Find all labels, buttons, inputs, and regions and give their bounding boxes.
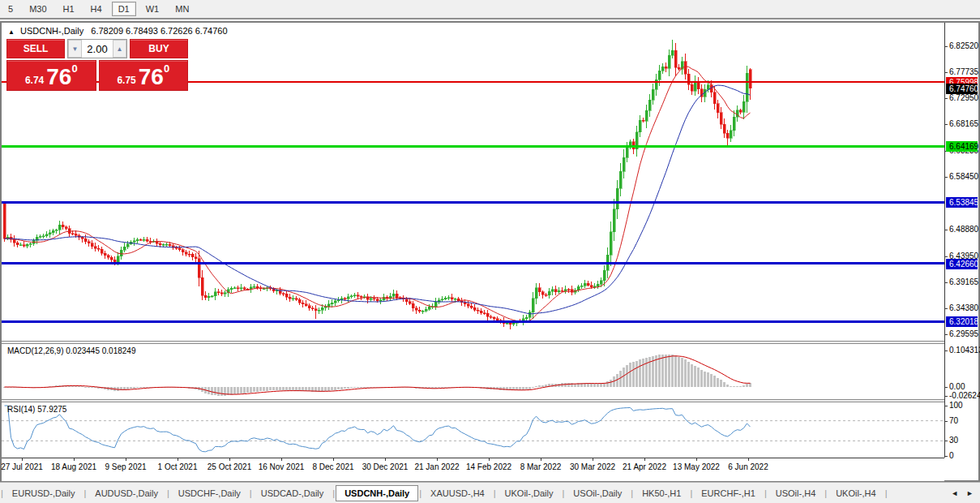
macd-indicator-label: MACD(12,26,9) 0.023445 0.018249 [7,346,135,355]
date-label: 13 May 2022 [673,462,720,471]
macd-canvas[interactable] [2,344,944,399]
tab-usdchf-daily[interactable]: USDCHF-,Daily [170,485,249,501]
timeframe-d1[interactable]: D1 [112,2,136,16]
sell-price-big: 76 [46,67,71,88]
price-tick-mark [945,46,948,47]
price-tick-label: 6.48880 [949,225,978,234]
date-label: 14 Feb 2022 [466,462,511,471]
rsi-indicator-label: RSI(14) 57.9275 [7,405,66,414]
date-tick-mark [22,458,23,461]
price-tick-label: 6.68165 [949,119,978,128]
price-tick-label: 6.39165 [949,277,978,286]
tab-separator: | [884,488,888,498]
volume-value[interactable]: 2.00 [82,40,113,58]
price-tick-label: 6.82520 [949,41,978,50]
date-label: 27 Jul 2021 [1,462,43,471]
price-tick-mark [945,230,948,230]
collapse-icon[interactable]: ▲ [8,28,15,36]
date-tick-mark [126,458,126,461]
date-tick-mark [385,458,386,461]
tab-usoil-h4[interactable]: USOil-,H4 [768,485,824,501]
date-label: 9 Sep 2021 [105,462,146,471]
price-level-tag: 6.53845 [946,197,978,208]
date-tick-mark [593,458,593,461]
macd-tick-label: 0.00 [949,382,965,391]
time-axis: 27 Jul 202118 Aug 20219 Sep 20211 Oct 20… [2,458,944,481]
tab-usdcad-daily[interactable]: USDCAD-,Daily [253,485,332,501]
date-tick-mark [74,458,75,461]
tab-hk50-h1[interactable]: HK50-,H1 [634,485,689,501]
buy-button[interactable]: BUY [130,39,188,58]
date-label: 21 Apr 2022 [623,462,666,471]
timeframe-h1[interactable]: H1 [57,2,81,16]
timeframe-h4[interactable]: H4 [84,2,109,16]
rsi-tick-label: 100 [949,401,963,410]
price-axis: 6.825206.777356.729506.681656.632356.584… [944,23,978,458]
chart-symbol-label: USDCNH-,Daily [20,26,83,36]
date-tick-mark [333,458,334,461]
price-tick-label: 6.72950 [949,93,978,102]
date-label: 21 Jan 2022 [414,462,459,471]
price-tick-mark [945,177,948,178]
date-label: 8 Mar 2022 [520,462,562,471]
date-tick-mark [281,458,282,461]
price-tick-label: 6.29595 [949,329,978,338]
tab-usoil-daily[interactable]: USOil-,Daily [565,485,630,501]
date-tick-mark [437,458,438,461]
date-label: 8 Dec 2021 [312,462,353,471]
sell-button[interactable]: SELL [6,39,65,58]
macd-tick-mark [945,387,948,388]
tab-usdcnh-daily[interactable]: USDCNH-,Daily [336,485,418,501]
price-level-tag: 6.74760 [946,84,978,94]
tab-scroll-arrows: ◄► [951,489,980,497]
sell-price-small: 6.74 [25,75,44,86]
volume-increase-icon[interactable]: ▲ [113,40,126,58]
date-tick-mark [644,458,645,461]
date-tick-mark [229,458,230,461]
chart-ohlc-values: 6.78209 6.78493 6.72626 6.74760 [91,26,227,36]
buy-price-quote[interactable]: 6.75 76 0 [99,60,189,91]
date-tick-mark [489,458,490,461]
macd-tick-label: 0.104313 [949,346,980,355]
timeframe-5[interactable]: 5 [2,2,19,16]
timeframe-mn[interactable]: MN [169,2,195,16]
tab-ukoil-daily[interactable]: UKOil-,Daily [497,485,562,501]
price-level-tag: 6.64169 [946,141,978,152]
volume-decrease-icon[interactable]: ▼ [68,40,82,58]
tab-scroll-left-icon[interactable]: ◄ [951,489,958,497]
price-tick-label: 6.77735 [949,67,978,76]
macd-tick-label: -0.026249 [949,391,980,400]
tab-eurchf-h1[interactable]: EURCHF-,H1 [693,485,764,501]
price-tick-mark [945,308,948,309]
price-tick-mark [945,124,948,125]
trading-terminal: { "toolbar": { "timeframes": [ {"label":… [0,0,980,503]
rsi-tick-mark [945,441,948,441]
date-label: 25 Oct 2021 [208,462,251,471]
tab-ukoil-h4[interactable]: UKOil-,H4 [828,485,884,501]
timeframe-w1[interactable]: W1 [139,2,166,16]
date-label: 30 Mar 2022 [570,462,615,471]
price-level-tag: 6.32018 [946,316,978,327]
rsi-canvas[interactable] [2,402,944,458]
volume-stepper: ▼ 2.00 ▲ [67,39,127,58]
buy-price-small: 6.75 [117,75,135,86]
sell-price-sup: 0 [71,62,77,75]
rsi-tick-label: 30 [949,436,958,445]
sell-price-quote[interactable]: 6.74 76 0 [6,60,96,91]
price-tick-label: 6.34380 [949,303,978,312]
date-tick-mark [696,458,697,461]
timeframe-m30[interactable]: M30 [23,2,53,16]
rsi-tick-label: 0 [949,451,954,460]
chart-title: ▲ USDCNH-,Daily 6.78209 6.78493 6.72626 … [8,26,228,36]
price-level-tag: 6.42660 [946,259,978,269]
buy-price-big: 76 [139,67,164,88]
tab-scroll-right-icon[interactable]: ► [966,489,974,497]
price-tick-mark [945,334,948,335]
tab-eurusd-daily[interactable]: EURUSD-,Daily [4,485,83,501]
buy-price-sup: 0 [164,62,169,75]
tab-audusd-daily[interactable]: AUDUSD-,Daily [87,485,166,501]
date-label: 6 Jun 2022 [728,462,768,471]
rsi-tick-mark [945,456,948,457]
macd-tick-mark [945,350,948,351]
tab-xauusd-h4[interactable]: XAUUSD-,H4 [422,485,493,501]
